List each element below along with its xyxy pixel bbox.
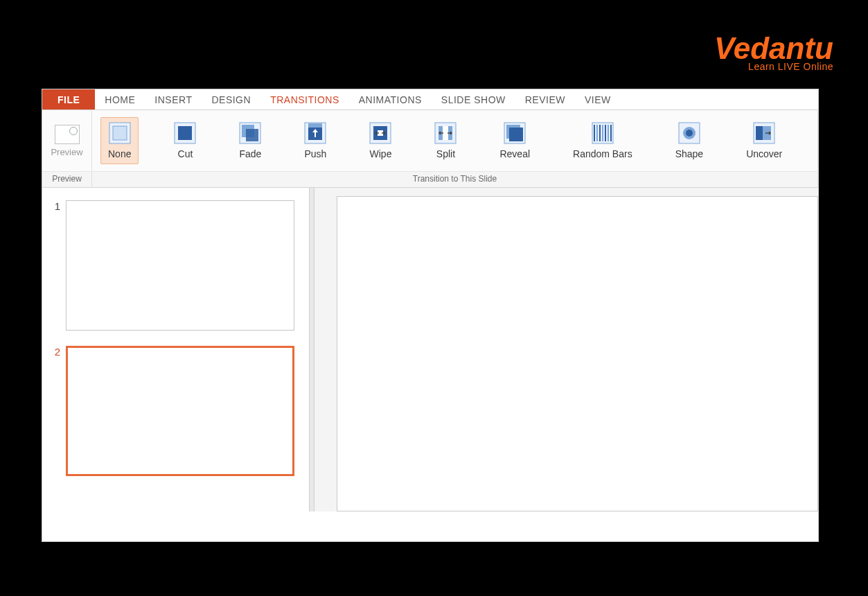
transition-gallery: NoneCutFadePushWipeSplitRevealRandom Bar… (92, 110, 798, 171)
split-icon (434, 122, 457, 144)
workspace: 12 (42, 188, 818, 511)
svg-rect-3 (178, 126, 192, 140)
svg-rect-26 (610, 125, 612, 141)
transition-split-label: Split (436, 148, 455, 159)
svg-rect-32 (756, 126, 763, 140)
transition-split[interactable]: Split (427, 117, 464, 164)
powerpoint-window: FILE HOMEINSERTDESIGNTRANSITIONSANIMATIO… (42, 89, 819, 542)
preview-button[interactable]: Preview (42, 110, 91, 171)
push-icon (304, 122, 326, 144)
transition-fade-label: Fade (240, 148, 262, 159)
svg-point-29 (686, 130, 693, 137)
slide-number: 1 (49, 200, 60, 212)
tab-transitions[interactable]: TRANSITIONS (260, 89, 349, 109)
preview-icon (55, 125, 80, 144)
none-icon (109, 122, 131, 144)
transition-reveal-label: Reveal (499, 148, 530, 159)
pane-splitter[interactable] (309, 188, 315, 511)
tab-slideshow[interactable]: SLIDE SHOW (432, 89, 515, 109)
transition-push-label: Push (305, 148, 327, 159)
slide-number: 2 (49, 346, 60, 358)
transition-wipe-label: Wipe (370, 148, 392, 159)
fade-icon (239, 122, 261, 144)
tab-insert-label: INSERT (154, 94, 192, 105)
tab-file[interactable]: FILE (42, 89, 95, 109)
tab-highlight-box (42, 511, 145, 541)
tab-transitions-label: TRANSITIONS (270, 94, 339, 105)
uncover-icon (753, 122, 775, 144)
tab-home-label: HOME (105, 94, 135, 105)
tab-file-label: FILE (57, 94, 80, 105)
tab-view[interactable]: VIEW (575, 89, 621, 109)
transition-push[interactable]: Push (296, 117, 334, 164)
ribbon-group-transitions-label: Transition to This Slide (92, 171, 817, 187)
transition-randombars-label: Random Bars (573, 148, 632, 159)
tab-animations[interactable]: ANIMATIONS (349, 89, 432, 109)
transition-reveal[interactable]: Reveal (492, 117, 538, 164)
svg-rect-20 (594, 125, 595, 141)
svg-rect-1 (113, 126, 127, 140)
svg-rect-18 (509, 128, 523, 141)
transition-none-label: None (108, 148, 131, 159)
ribbon: Preview Preview NoneCutFadePushWipeSplit… (42, 110, 818, 188)
slide-thumbnail[interactable] (66, 200, 294, 331)
transition-fade[interactable]: Fade (231, 117, 269, 164)
preview-button-label: Preview (51, 147, 82, 157)
svg-rect-22 (599, 125, 601, 141)
svg-rect-23 (602, 125, 603, 141)
tab-slideshow-label: SLIDE SHOW (441, 94, 506, 105)
vedantu-brand: Vedantu Learn LIVE Online (714, 33, 833, 72)
slide-thumb-row[interactable]: 1 (49, 200, 302, 331)
ribbon-group-preview: Preview Preview (42, 110, 92, 187)
ribbon-group-preview-label: Preview (42, 171, 91, 187)
ribbon-tabstrip: FILE HOMEINSERTDESIGNTRANSITIONSANIMATIO… (42, 89, 818, 110)
slide-thumb-row[interactable]: 2 (49, 346, 302, 476)
transition-randombars[interactable]: Random Bars (565, 117, 640, 164)
svg-rect-6 (246, 129, 258, 141)
tab-review-label: REVIEW (525, 94, 565, 105)
slide-canvas-area (315, 188, 818, 511)
transition-cut-label: Cut (178, 148, 193, 159)
brand-wordmark: Vedantu (714, 33, 833, 64)
tab-design[interactable]: DESIGN (202, 89, 260, 109)
transition-none[interactable]: None (100, 117, 139, 164)
svg-rect-21 (596, 125, 598, 141)
cut-icon (174, 122, 196, 144)
wipe-icon (369, 122, 391, 144)
tab-animations-label: ANIMATIONS (359, 94, 422, 105)
tab-review[interactable]: REVIEW (515, 89, 575, 109)
svg-rect-24 (605, 125, 606, 141)
svg-rect-9 (308, 123, 322, 128)
tab-design-label: DESIGN (211, 94, 251, 105)
transition-cut[interactable]: Cut (166, 117, 204, 164)
tab-home[interactable]: HOME (95, 89, 145, 109)
transition-uncover[interactable]: Uncover (738, 117, 790, 164)
shape-icon (678, 122, 700, 144)
svg-rect-15 (443, 126, 448, 140)
slide-canvas[interactable] (337, 196, 818, 511)
transition-shape[interactable]: Shape (668, 117, 711, 164)
reveal-icon (504, 122, 526, 144)
transition-wipe[interactable]: Wipe (362, 117, 399, 164)
randombars-icon (592, 122, 614, 144)
svg-rect-25 (608, 125, 609, 141)
transition-uncover-label: Uncover (746, 148, 782, 159)
slide-thumbnail-panel: 12 (42, 188, 309, 511)
ribbon-group-transitions: NoneCutFadePushWipeSplitRevealRandom Bar… (92, 110, 818, 187)
slide-thumbnail[interactable] (66, 346, 294, 476)
transition-shape-label: Shape (675, 148, 703, 159)
tab-insert[interactable]: INSERT (145, 89, 202, 109)
tab-view-label: VIEW (585, 94, 611, 105)
